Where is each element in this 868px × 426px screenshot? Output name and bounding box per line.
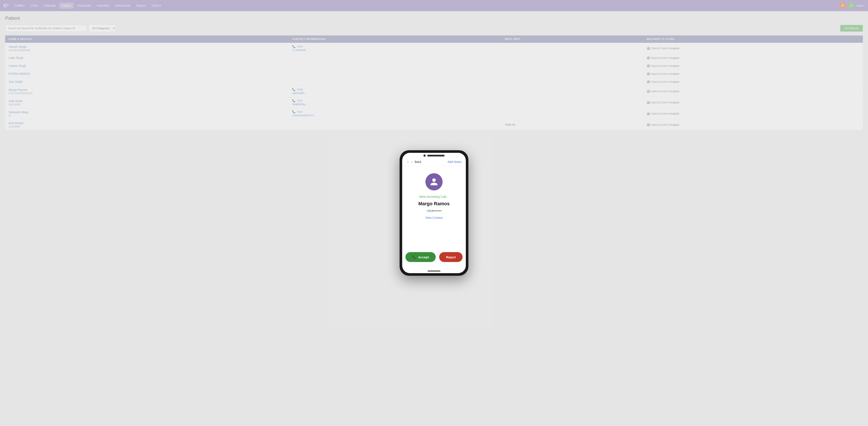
call-status: New Incoming Call...	[419, 195, 449, 199]
phone-content: New Incoming Call... Margo Ramos +919•••…	[402, 166, 466, 249]
back-button[interactable]: ← ← Back	[406, 160, 421, 163]
phone-notch	[402, 153, 466, 158]
add-notes-button[interactable]: Add Notes	[447, 160, 462, 163]
phone-header: ← ← Back Add Notes	[402, 158, 466, 166]
user-icon	[430, 178, 438, 186]
caller-avatar	[425, 173, 443, 190]
phone-screen: ← ← Back Add Notes New Incoming Call... …	[402, 153, 466, 273]
accept-call-button[interactable]: 📞 Accept	[405, 252, 436, 262]
phone-camera	[424, 155, 426, 157]
page-wrapper: Patient All Categories All Patients NAME…	[0, 11, 868, 426]
reject-call-button[interactable]: Reject	[439, 252, 463, 262]
incoming-call-overlay: ← ← Back Add Notes New Incoming Call... …	[0, 0, 868, 426]
view-contact-button[interactable]: View Contact	[425, 216, 443, 219]
phone-icon: 📞	[412, 255, 416, 259]
phone-actions: 📞 Accept Reject	[402, 249, 466, 269]
phone-mockup: ← ← Back Add Notes New Incoming Call... …	[400, 150, 468, 276]
caller-phone: +919••••••••	[427, 209, 442, 213]
back-arrow-icon: ←	[406, 160, 409, 163]
home-indicator	[428, 271, 440, 271]
caller-name: Margo Ramos	[418, 201, 450, 207]
phone-speaker	[427, 155, 444, 156]
